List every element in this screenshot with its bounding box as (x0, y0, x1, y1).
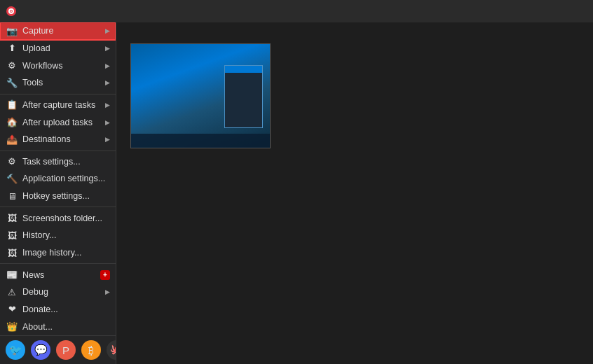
about-label: About... (22, 322, 110, 332)
menu-divider (0, 94, 116, 94)
upload-icon: ⬆ (6, 42, 18, 55)
history-label: History... (22, 230, 110, 240)
after-upload-icon: 🏠 (6, 116, 18, 129)
destinations-icon: 📤 (6, 133, 18, 146)
sidebar-item-destinations[interactable]: 📤Destinations▶ (0, 131, 116, 148)
sidebar-item-workflows[interactable]: ⚙Workflows▶ (0, 57, 116, 74)
app-icon (6, 6, 17, 17)
history-icon: 🖼 (6, 229, 18, 241)
sidebar-item-after-capture[interactable]: 📋After capture tasks▶ (0, 97, 116, 114)
app-settings-label: Application settings... (22, 174, 110, 183)
sidebar-item-app-settings[interactable]: 🔨Application settings... (0, 170, 116, 188)
upload-label: Upload (22, 43, 102, 53)
sidebar-item-upload[interactable]: ⬆Upload▶ (0, 40, 116, 57)
menu-divider (0, 263, 116, 264)
sidebar: 📷Capture▶⬆Upload▶⚙Workflows▶🔧Tools▶📋Afte… (0, 22, 116, 364)
news-label: News (22, 270, 97, 280)
maximize-button[interactable] (541, 4, 564, 19)
after-capture-icon: 📋 (6, 99, 18, 111)
tools-arrow: ▶ (105, 79, 110, 86)
image-preview (130, 43, 271, 148)
menu-divider (0, 206, 116, 207)
sidebar-item-news[interactable]: 📰News+ (0, 266, 116, 284)
menu-divider (0, 150, 116, 151)
sidebar-item-debug[interactable]: ⚠Debug▶ (0, 284, 116, 301)
preview-window (224, 65, 263, 128)
social-bar: 🐦💬P₿🐙 (0, 335, 116, 364)
social-icon-github[interactable]: 🐙 (107, 340, 116, 360)
after-upload-arrow: ▶ (105, 119, 110, 126)
title-bar-controls (517, 4, 587, 19)
hotkey-settings-label: Hotkey settings... (22, 191, 110, 201)
destinations-label: Destinations (22, 134, 102, 144)
preview-taskbar (131, 134, 270, 148)
news-icon: 📰 (6, 269, 18, 281)
sidebar-item-after-upload[interactable]: 🏠After upload tasks▶ (0, 113, 116, 131)
title-bar (0, 0, 593, 22)
sidebar-item-hotkey-settings[interactable]: 🖥Hotkey settings... (0, 188, 116, 205)
capture-icon: 📷 (6, 24, 18, 37)
app-settings-icon: 🔨 (6, 172, 18, 185)
after-upload-label: After upload tasks (22, 118, 102, 127)
sidebar-item-screenshots-folder[interactable]: 🖼Screenshots folder... (0, 209, 116, 227)
sidebar-item-image-history[interactable]: 🖼Image history... (0, 244, 116, 262)
tools-icon: 🔧 (6, 76, 18, 89)
social-icon-discord[interactable]: 💬 (31, 340, 50, 360)
debug-arrow: ▶ (105, 288, 110, 295)
donate-icon: ❤ (6, 303, 18, 316)
workflows-label: Workflows (22, 61, 102, 71)
workflows-icon: ⚙ (6, 59, 18, 72)
upload-arrow: ▶ (105, 45, 110, 52)
sidebar-item-task-settings[interactable]: ⚙Task settings... (0, 153, 116, 171)
after-capture-label: After capture tasks (22, 100, 102, 110)
preview-window-title (225, 66, 262, 73)
social-icon-twitter[interactable]: 🐦 (6, 340, 25, 360)
screenshots-folder-icon: 🖼 (6, 212, 18, 225)
minimize-button[interactable] (517, 4, 540, 19)
svg-point-3 (11, 10, 12, 12)
main-layout: 📷Capture▶⬆Upload▶⚙Workflows▶🔧Tools▶📋Afte… (0, 22, 593, 364)
sidebar-item-about[interactable]: 👑About... (0, 318, 116, 335)
capture-arrow: ▶ (105, 27, 110, 34)
about-icon: 👑 (6, 321, 18, 333)
task-settings-label: Task settings... (22, 157, 110, 167)
image-history-label: Image history... (22, 248, 110, 258)
debug-label: Debug (22, 287, 102, 297)
sidebar-item-history[interactable]: 🖼History... (0, 227, 116, 244)
workflows-arrow: ▶ (105, 62, 110, 69)
preview-window-body (225, 73, 262, 127)
destinations-arrow: ▶ (105, 136, 110, 143)
sidebar-item-tools[interactable]: 🔧Tools▶ (0, 74, 116, 92)
after-capture-arrow: ▶ (105, 102, 110, 108)
title-bar-left (6, 6, 21, 17)
capture-label: Capture (22, 26, 102, 36)
donate-label: Donate... (22, 304, 110, 314)
sidebar-item-donate[interactable]: ❤Donate... (0, 301, 116, 318)
debug-icon: ⚠ (6, 286, 18, 298)
social-icon-bitcoin[interactable]: ₿ (81, 340, 101, 360)
social-icon-patreon[interactable]: P (56, 340, 76, 360)
tools-label: Tools (22, 78, 102, 88)
close-button[interactable] (565, 4, 587, 19)
hotkey-settings-icon: 🖥 (6, 190, 18, 202)
content-area (116, 22, 593, 364)
task-settings-icon: ⚙ (6, 155, 18, 168)
screenshots-folder-label: Screenshots folder... (22, 214, 110, 223)
image-history-icon: 🖼 (6, 246, 18, 259)
preview-desktop (131, 44, 270, 148)
news-badge: + (100, 270, 110, 280)
sidebar-item-capture[interactable]: 📷Capture▶ (0, 22, 116, 40)
